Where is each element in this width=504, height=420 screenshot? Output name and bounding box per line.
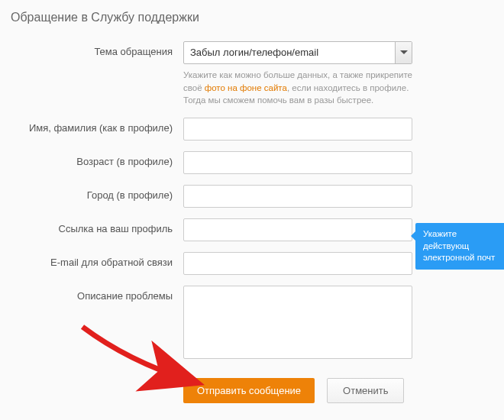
email-label: E-mail для обратной связи [8,252,183,268]
chevron-down-icon [395,42,412,63]
description-label: Описание проблемы [8,286,183,302]
city-input[interactable] [183,185,412,208]
age-label: Возраст (в профиле) [8,151,183,167]
name-input[interactable] [183,118,412,141]
age-input[interactable] [183,151,412,174]
topic-select[interactable]: Забыл логин/телефон/email [183,41,412,64]
description-textarea[interactable] [183,286,412,359]
profile-link-label: Ссылка на ваш профиль [8,218,183,234]
submit-button[interactable]: Отправить сообщение [183,378,315,403]
profile-link-input[interactable] [183,218,412,241]
topic-selected-value: Забыл логин/телефон/email [184,42,395,63]
email-tooltip: Укажите действующ электронной почт [415,223,504,270]
name-label: Имя, фамилия (как в профиле) [8,118,183,134]
topic-hint: Укажите как можно больше данных, а также… [183,69,412,107]
cancel-button[interactable]: Отменить [327,378,404,403]
email-input[interactable] [183,252,412,275]
city-label: Город (в профиле) [8,185,183,201]
topic-label: Тема обращения [8,41,183,57]
hint-link[interactable]: фото на фоне сайта [205,83,287,92]
page-title: Обращение в Службу поддержки [11,11,496,24]
